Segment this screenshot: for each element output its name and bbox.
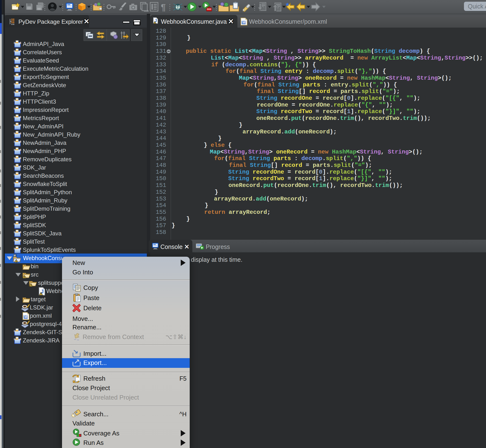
- svg-text:J: J: [17, 254, 19, 258]
- svg-text:M: M: [24, 315, 27, 319]
- svg-text:M: M: [242, 20, 245, 24]
- svg-text:M: M: [14, 254, 16, 257]
